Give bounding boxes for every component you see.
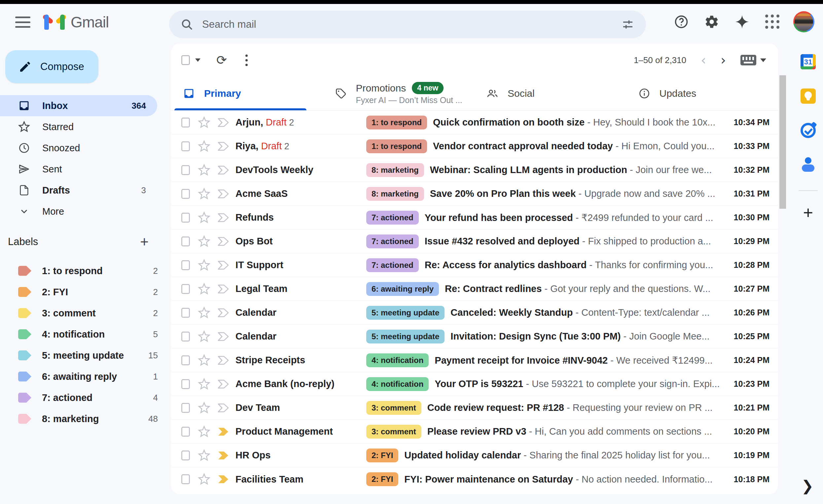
- row-checkbox[interactable]: [181, 189, 190, 199]
- sidebar-item-more[interactable]: More: [0, 201, 157, 222]
- importance-marker-icon[interactable]: [217, 451, 229, 460]
- apps-grid-icon[interactable]: [763, 12, 782, 31]
- email-row[interactable]: Calendar 5: meeting update Canceled: Wee…: [171, 301, 778, 325]
- star-icon[interactable]: [198, 164, 210, 176]
- gemini-sparkle-icon[interactable]: [732, 12, 752, 31]
- importance-marker-icon[interactable]: [217, 403, 229, 413]
- select-dropdown-caret[interactable]: [195, 58, 200, 62]
- row-checkbox[interactable]: [181, 451, 190, 460]
- email-row[interactable]: Calendar 5: meeting update Invitation: D…: [171, 325, 778, 348]
- get-addons-plus-icon[interactable]: +: [803, 204, 813, 221]
- help-icon[interactable]: [672, 12, 691, 31]
- star-icon[interactable]: [198, 188, 210, 200]
- keep-icon[interactable]: [797, 85, 819, 107]
- row-checkbox[interactable]: [181, 355, 190, 365]
- star-icon[interactable]: [198, 283, 210, 295]
- search-bar[interactable]: [169, 11, 646, 38]
- list-scrollbar-thumb[interactable]: [779, 75, 786, 209]
- email-label-chip[interactable]: 7: actioned: [366, 211, 419, 224]
- row-checkbox[interactable]: [181, 403, 190, 413]
- email-label-chip[interactable]: 5: meeting update: [366, 330, 445, 343]
- importance-marker-icon[interactable]: [217, 118, 229, 128]
- email-row[interactable]: IT Support 7: actioned Re: Access for an…: [171, 253, 778, 277]
- add-label-plus-icon[interactable]: +: [140, 234, 149, 249]
- email-label-chip[interactable]: 8: marketing: [366, 187, 424, 201]
- row-checkbox[interactable]: [181, 165, 190, 175]
- tab-social[interactable]: Social: [475, 76, 627, 110]
- email-label-chip[interactable]: 3: comment: [366, 401, 422, 415]
- importance-marker-icon[interactable]: [217, 427, 229, 437]
- email-row[interactable]: Acme SaaS 8: marketing Save 20% on Pro P…: [171, 182, 778, 206]
- importance-marker-icon[interactable]: [217, 236, 229, 246]
- email-label-chip[interactable]: 3: comment: [366, 425, 422, 439]
- star-icon[interactable]: [198, 259, 210, 272]
- row-checkbox[interactable]: [181, 236, 190, 246]
- importance-marker-icon[interactable]: [217, 332, 229, 341]
- row-checkbox[interactable]: [181, 118, 190, 128]
- sidebar-label-item[interactable]: 4: notification 5: [0, 324, 171, 345]
- email-label-chip[interactable]: 2: FYI: [366, 449, 398, 462]
- importance-marker-icon[interactable]: [217, 213, 229, 222]
- email-row[interactable]: Ops Bot 7: actioned Issue #432 resolved …: [171, 229, 778, 253]
- calendar-icon[interactable]: 31: [797, 51, 819, 73]
- refresh-icon[interactable]: ⟳: [216, 54, 227, 66]
- user-avatar[interactable]: [793, 11, 814, 32]
- sidebar-item-inbox[interactable]: Inbox 364: [0, 95, 157, 116]
- search-filter-tune-icon[interactable]: [621, 17, 635, 31]
- importance-marker-icon[interactable]: [217, 189, 229, 199]
- row-checkbox[interactable]: [181, 141, 190, 151]
- side-panel-expand-chevron-icon[interactable]: ❯: [796, 476, 819, 495]
- tab-updates[interactable]: Updates: [627, 76, 779, 110]
- sidebar-label-item[interactable]: 7: actioned 4: [0, 387, 171, 408]
- star-icon[interactable]: [198, 473, 210, 486]
- more-options-icon[interactable]: [245, 54, 248, 66]
- star-icon[interactable]: [198, 354, 210, 367]
- star-icon[interactable]: [198, 140, 210, 153]
- email-row[interactable]: Arjun,Draft2 1: to respond Quick confirm…: [171, 111, 778, 134]
- sidebar-label-item[interactable]: 6: awaiting reply 1: [0, 366, 171, 387]
- tab-promotions[interactable]: Promotions 4 new Fyxer AI — Don’t Miss O…: [323, 76, 475, 110]
- email-label-chip[interactable]: 5: meeting update: [366, 306, 445, 320]
- settings-gear-icon[interactable]: [702, 12, 721, 31]
- row-checkbox[interactable]: [181, 427, 190, 437]
- contacts-icon[interactable]: [797, 154, 819, 176]
- email-label-chip[interactable]: 6: awaiting reply: [366, 282, 439, 296]
- sidebar-item-sent[interactable]: Sent: [0, 159, 157, 180]
- row-checkbox[interactable]: [181, 213, 190, 222]
- star-icon[interactable]: [198, 401, 210, 414]
- sidebar-label-item[interactable]: 8: marketing 48: [0, 408, 171, 430]
- email-row[interactable]: Riya,Draft2 1: to respond Vendor contrac…: [171, 134, 778, 158]
- star-icon[interactable]: [198, 116, 210, 129]
- row-checkbox[interactable]: [181, 284, 190, 294]
- star-icon[interactable]: [198, 449, 210, 462]
- email-row[interactable]: Dev Team 3: comment Code review request:…: [171, 396, 778, 420]
- tasks-icon[interactable]: [797, 120, 819, 141]
- star-icon[interactable]: [198, 330, 210, 343]
- star-icon[interactable]: [198, 211, 210, 224]
- star-icon[interactable]: [198, 307, 210, 319]
- email-label-chip[interactable]: 7: actioned: [366, 258, 419, 272]
- star-icon[interactable]: [198, 235, 210, 248]
- row-checkbox[interactable]: [181, 379, 190, 389]
- sidebar-item-starred[interactable]: Starred: [0, 116, 157, 137]
- importance-marker-icon[interactable]: [217, 141, 229, 151]
- sidebar-item-drafts[interactable]: Drafts 3: [0, 180, 157, 201]
- search-icon[interactable]: [180, 18, 193, 31]
- email-row[interactable]: HR Ops 2: FYI Updated holiday calendar- …: [171, 444, 778, 467]
- row-checkbox[interactable]: [181, 332, 190, 341]
- email-label-chip[interactable]: 1: to respond: [366, 116, 427, 130]
- select-all-checkbox[interactable]: [181, 55, 190, 65]
- email-label-chip[interactable]: 2: FYI: [366, 472, 398, 486]
- compose-button[interactable]: Compose: [5, 50, 99, 83]
- email-row[interactable]: DevTools Weekly 8: marketing Webinar: Sc…: [171, 158, 778, 182]
- sidebar-label-item[interactable]: 1: to respond 2: [0, 260, 171, 282]
- email-row[interactable]: Legal Team 6: awaiting reply Re: Contrac…: [171, 277, 778, 301]
- search-input[interactable]: [202, 18, 621, 30]
- keyboard-icon[interactable]: [740, 55, 756, 65]
- importance-marker-icon[interactable]: [217, 284, 229, 294]
- email-row[interactable]: Refunds 7: actioned Your refund has been…: [171, 206, 778, 229]
- email-label-chip[interactable]: 8: marketing: [366, 163, 424, 177]
- importance-marker-icon[interactable]: [217, 165, 229, 175]
- email-label-chip[interactable]: 7: actioned: [366, 234, 419, 248]
- importance-marker-icon[interactable]: [217, 474, 229, 484]
